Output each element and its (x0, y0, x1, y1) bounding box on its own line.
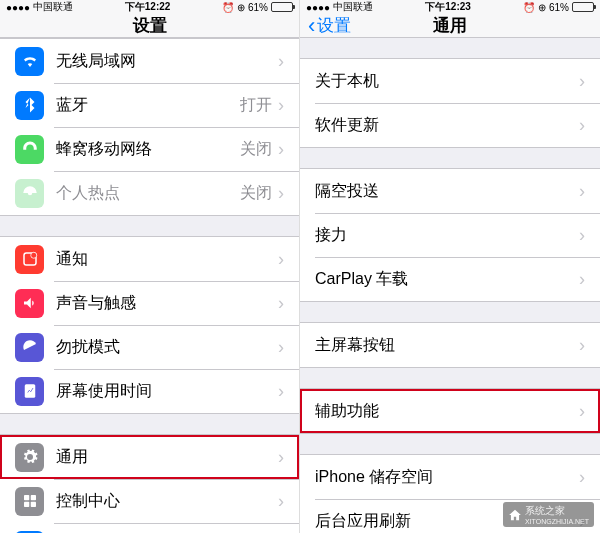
chevron-right-icon: › (579, 181, 585, 202)
chevron-right-icon: › (278, 249, 284, 270)
battery-label: 61% (248, 2, 268, 13)
settings-screen: ●●●●中国联通 下午12:22 ⏰⊕61% 设置 无线局域网›蓝牙打开›蜂窝移… (0, 0, 300, 533)
chevron-right-icon: › (278, 381, 284, 402)
dnd-icon (15, 333, 44, 362)
svg-rect-3 (24, 495, 29, 500)
row-label: 辅助功能 (315, 401, 579, 422)
row-label: iPhone 储存空间 (315, 467, 579, 488)
row-主屏幕按钮[interactable]: 主屏幕按钮› (300, 323, 600, 367)
screentime-icon (15, 377, 44, 406)
chevron-right-icon: › (278, 51, 284, 72)
wifi-icon (15, 47, 44, 76)
row-接力[interactable]: 接力› (300, 213, 600, 257)
row-label: 软件更新 (315, 115, 579, 136)
chevron-right-icon: › (579, 335, 585, 356)
row-无线局域网[interactable]: 无线局域网› (0, 39, 299, 83)
chevron-right-icon: › (278, 139, 284, 160)
chevron-right-icon: › (579, 225, 585, 246)
chevron-right-icon: › (278, 337, 284, 358)
chevron-right-icon: › (278, 491, 284, 512)
svg-rect-6 (30, 502, 35, 507)
row-iPhone 储存空间[interactable]: iPhone 储存空间› (300, 455, 600, 499)
cellular-icon (15, 135, 44, 164)
alarm-icon: ⏰ (222, 2, 234, 13)
sound-icon (15, 289, 44, 318)
row-勿扰模式[interactable]: 勿扰模式› (0, 325, 299, 369)
row-辅助功能[interactable]: 辅助功能› (300, 389, 600, 433)
carrier-label: 中国联通 (33, 0, 73, 14)
svg-rect-4 (30, 495, 35, 500)
row-label: 屏幕使用时间 (56, 381, 278, 402)
signal-icon: ●●●● (6, 2, 30, 13)
nav-title: 设置 (133, 14, 167, 37)
watermark: 系统之家XITONGZHIJIA.NET (503, 502, 594, 527)
nav-title: 通用 (433, 14, 467, 37)
row-label: 蜂窝移动网络 (56, 139, 240, 160)
row-label: 蓝牙 (56, 95, 240, 116)
svg-rect-5 (24, 502, 29, 507)
row-label: 主屏幕按钮 (315, 335, 579, 356)
row-蜂窝移动网络[interactable]: 蜂窝移动网络关闭› (0, 127, 299, 171)
chevron-left-icon: ‹ (308, 13, 315, 39)
row-个人热点[interactable]: 个人热点关闭› (0, 171, 299, 215)
time-label: 下午12:23 (425, 0, 471, 14)
notify-icon (15, 245, 44, 274)
row-label: CarPlay 车载 (315, 269, 579, 290)
general-list[interactable]: 关于本机›软件更新›隔空投送›接力›CarPlay 车载›主屏幕按钮›辅助功能›… (300, 38, 600, 533)
alarm-icon: ⏰ (523, 2, 535, 13)
battery-icon (271, 2, 293, 12)
signal-icon: ●●●● (306, 2, 330, 13)
row-label: 勿扰模式 (56, 337, 278, 358)
row-value: 打开 (240, 95, 272, 116)
row-label: 声音与触感 (56, 293, 278, 314)
general-icon (15, 443, 44, 472)
row-label: 隔空投送 (315, 181, 579, 202)
back-button[interactable]: ‹设置 (308, 13, 351, 39)
chevron-right-icon: › (278, 95, 284, 116)
hotspot-icon (15, 179, 44, 208)
row-控制中心[interactable]: 控制中心› (0, 479, 299, 523)
chevron-right-icon: › (579, 467, 585, 488)
status-bar: ●●●●中国联通 下午12:22 ⏰⊕61% (0, 0, 299, 14)
nav-bar: ‹设置 通用 (300, 14, 600, 38)
row-通用[interactable]: 通用› (0, 435, 299, 479)
nav-bar: 设置 (0, 14, 299, 38)
general-screen: ●●●●中国联通 下午12:23 ⏰⊕61% ‹设置 通用 关于本机›软件更新›… (300, 0, 600, 533)
house-icon (508, 508, 522, 522)
time-label: 下午12:22 (125, 0, 171, 14)
row-label: 关于本机 (315, 71, 579, 92)
chevron-right-icon: › (278, 183, 284, 204)
row-通知[interactable]: 通知› (0, 237, 299, 281)
row-关于本机[interactable]: 关于本机› (300, 59, 600, 103)
row-label: 接力 (315, 225, 579, 246)
row-蓝牙[interactable]: 蓝牙打开› (0, 83, 299, 127)
row-label: 个人热点 (56, 183, 240, 204)
row-label: 无线局域网 (56, 51, 278, 72)
row-value: 关闭 (240, 183, 272, 204)
settings-list[interactable]: 无线局域网›蓝牙打开›蜂窝移动网络关闭›个人热点关闭›通知›声音与触感›勿扰模式… (0, 38, 299, 533)
chevron-right-icon: › (579, 401, 585, 422)
bluetooth-icon (15, 91, 44, 120)
row-CarPlay 车载[interactable]: CarPlay 车载› (300, 257, 600, 301)
row-屏幕使用时间[interactable]: 屏幕使用时间› (0, 369, 299, 413)
row-声音与触感[interactable]: 声音与触感› (0, 281, 299, 325)
chevron-right-icon: › (278, 293, 284, 314)
row-显示与亮度[interactable]: AA显示与亮度› (0, 523, 299, 533)
row-value: 关闭 (240, 139, 272, 160)
svg-point-1 (30, 252, 36, 258)
battery-icon (572, 2, 594, 12)
row-软件更新[interactable]: 软件更新› (300, 103, 600, 147)
row-隔空投送[interactable]: 隔空投送› (300, 169, 600, 213)
battery-label: 61% (549, 2, 569, 13)
row-label: 控制中心 (56, 491, 278, 512)
chevron-right-icon: › (278, 447, 284, 468)
chevron-right-icon: › (579, 71, 585, 92)
control-icon (15, 487, 44, 516)
chevron-right-icon: › (579, 115, 585, 136)
chevron-right-icon: › (579, 269, 585, 290)
row-label: 通知 (56, 249, 278, 270)
row-label: 通用 (56, 447, 278, 468)
